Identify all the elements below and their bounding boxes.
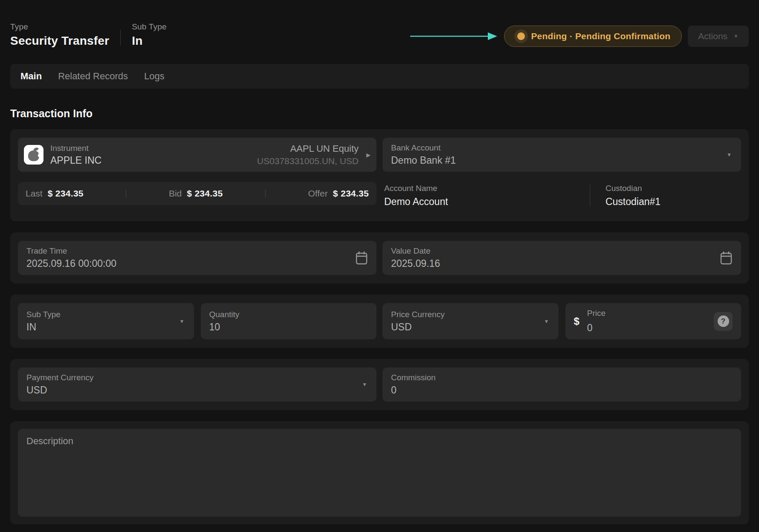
account-divider	[590, 185, 590, 207]
account-name-value: Demo Account	[384, 196, 448, 208]
payment-currency-label: Payment Currency	[26, 373, 368, 382]
instrument-bank-panel: Instrument APPLE INC AAPL UN Equity US03…	[10, 129, 749, 221]
calendar-icon[interactable]	[355, 251, 368, 265]
price-currency-select[interactable]: Price Currency USD ▼	[382, 303, 559, 339]
dollar-icon: $	[574, 315, 579, 327]
annotation-arrow-icon	[409, 31, 498, 42]
dates-panel: Trade Time 2025.09.16 00:00:00 Value Dat…	[10, 232, 749, 283]
quantity-label: Quantity	[209, 310, 368, 319]
quote-divider	[126, 190, 126, 197]
quote-bid-value: $ 234.35	[187, 188, 223, 199]
payment-currency-value: USD	[26, 385, 368, 396]
price-currency-label: Price Currency	[391, 310, 550, 319]
actions-button[interactable]: Actions ▼	[688, 26, 749, 47]
amounts-left: Sub Type IN ▼ Quantity 10	[18, 303, 377, 339]
trade-time-label: Trade Time	[26, 246, 368, 256]
page-header: Type Security Transfer Sub Type In Pendi…	[10, 0, 749, 48]
value-date-value: 2025.09.16	[391, 258, 733, 269]
custodian-label: Custodian	[605, 184, 741, 193]
tab-main[interactable]: Main	[20, 71, 42, 82]
trade-time-value: 2025.09.16 00:00:00	[26, 258, 368, 269]
chevron-right-icon: ▶	[366, 152, 371, 158]
status-badge-label: Pending · Pending Confirmation	[531, 31, 670, 41]
commission-field[interactable]: Commission 0	[382, 367, 741, 402]
apple-logo-icon	[24, 145, 43, 165]
chevron-down-icon: ▼	[362, 382, 367, 387]
value-date-field[interactable]: Value Date 2025.09.16	[382, 241, 741, 275]
description-textarea[interactable]	[18, 429, 741, 517]
amounts-right: Price Currency USD ▼ $ Price 0 ?	[382, 303, 741, 339]
chevron-down-icon: ▼	[180, 319, 185, 324]
account-name-label: Account Name	[384, 184, 448, 193]
trade-time-field[interactable]: Trade Time 2025.09.16 00:00:00	[18, 241, 377, 275]
quote-bid: Bid $ 234.35	[169, 188, 223, 199]
price-stack: Price 0	[587, 309, 605, 334]
sub-type-select[interactable]: Sub Type IN ▼	[18, 303, 194, 339]
custodian-value: Custodian#1	[605, 196, 741, 208]
subtype-value: In	[132, 34, 167, 48]
quote-bar: Last $ 234.35 Bid $ 234.35 Offer $ 234.3…	[18, 182, 377, 205]
price-label: Price	[587, 309, 605, 318]
instrument-field[interactable]: Instrument APPLE INC AAPL UN Equity US03…	[18, 138, 377, 172]
sub-type-label: Sub Type	[26, 310, 185, 319]
subtype-label: Sub Type	[132, 22, 167, 32]
sub-type-value: IN	[26, 321, 185, 333]
quote-last-label: Last	[26, 188, 43, 199]
description-panel	[10, 421, 749, 524]
commission-label: Commission	[391, 373, 733, 382]
price-help-button[interactable]: ?	[714, 312, 733, 331]
quote-last: Last $ 234.35	[26, 188, 84, 199]
quantity-field[interactable]: Quantity 10	[201, 303, 377, 339]
quote-last-value: $ 234.35	[48, 188, 84, 199]
instrument-left: Instrument APPLE INC	[50, 144, 101, 166]
chevron-down-icon: ▼	[733, 34, 739, 39]
value-date-label: Value Date	[391, 246, 733, 256]
amounts-panel: Sub Type IN ▼ Quantity 10 Price Currency…	[10, 295, 749, 348]
header-right: Pending · Pending Confirmation Actions ▼	[409, 26, 749, 47]
type-value: Security Transfer	[10, 34, 109, 48]
instrument-right: AAPL UN Equity US0378331005.UN, USD	[257, 143, 359, 166]
transaction-detail-page: Type Security Transfer Sub Type In Pendi…	[0, 0, 759, 532]
chevron-down-icon: ▼	[544, 319, 549, 324]
custodian-cell: Custodian Custodian#1	[605, 184, 741, 208]
tab-logs[interactable]: Logs	[144, 71, 165, 82]
instrument-label: Instrument	[50, 144, 101, 153]
section-title: Transaction Info	[10, 107, 749, 120]
actions-button-label: Actions	[698, 31, 727, 41]
quantity-value: 10	[209, 321, 368, 333]
bank-column: Bank Account Demo Bank #1 ▼ Account Name…	[382, 138, 741, 208]
calendar-icon[interactable]	[720, 251, 733, 265]
chevron-down-icon: ▼	[727, 152, 732, 157]
subtype-block: Sub Type In	[132, 22, 167, 48]
quote-bid-label: Bid	[169, 188, 182, 199]
tab-related-records[interactable]: Related Records	[58, 71, 128, 82]
tab-bar: Main Related Records Logs	[10, 64, 749, 89]
quote-offer: Offer $ 234.35	[308, 188, 369, 199]
instrument-name: APPLE INC	[50, 155, 101, 166]
quote-offer-label: Offer	[308, 188, 328, 199]
payment-currency-select[interactable]: Payment Currency USD ▼	[18, 367, 377, 402]
price-currency-value: USD	[391, 321, 550, 333]
quote-divider	[265, 190, 266, 197]
type-block: Type Security Transfer	[10, 22, 109, 48]
bank-account-select[interactable]: Bank Account Demo Bank #1 ▼	[382, 138, 741, 172]
question-mark-icon: ?	[718, 315, 729, 327]
price-field[interactable]: $ Price 0 ?	[565, 303, 742, 339]
payment-panel: Payment Currency USD ▼ Commission 0	[10, 359, 749, 410]
bank-account-label: Bank Account	[391, 143, 733, 153]
account-info-row: Account Name Demo Account Custodian Cust…	[382, 184, 741, 208]
commission-value: 0	[391, 385, 733, 396]
instrument-column: Instrument APPLE INC AAPL UN Equity US03…	[18, 138, 377, 208]
instrument-ticker: AAPL UN Equity	[290, 143, 359, 154]
instrument-isin: US0378331005.UN, USD	[257, 156, 359, 166]
price-value: 0	[587, 322, 605, 334]
status-dot-icon	[517, 32, 525, 40]
quote-offer-value: $ 234.35	[333, 188, 369, 199]
bank-account-value: Demo Bank #1	[391, 155, 733, 166]
account-name-cell: Account Name Demo Account	[384, 184, 448, 208]
status-badge[interactable]: Pending · Pending Confirmation	[504, 26, 682, 47]
type-label: Type	[10, 22, 109, 32]
header-divider	[120, 30, 121, 45]
